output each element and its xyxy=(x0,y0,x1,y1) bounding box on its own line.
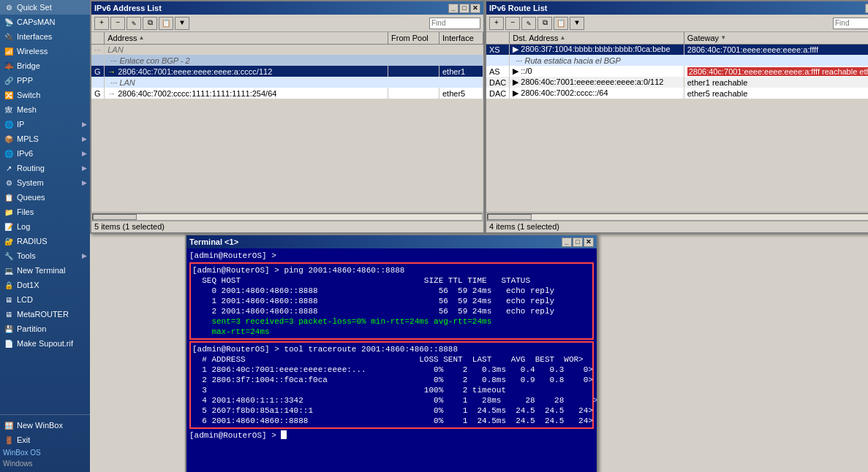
addr-edit-btn[interactable]: ✎ xyxy=(127,17,141,30)
addr-close-btn[interactable]: ✕ xyxy=(470,4,480,13)
addr-col-iface[interactable]: Interface xyxy=(439,32,483,44)
sidebar-item-new-winbox[interactable]: 🪟 New WinBox xyxy=(0,418,90,433)
sidebar-item-capsman[interactable]: 📡 CAPsMAN xyxy=(0,15,90,29)
terminal-maximize-btn[interactable]: □ xyxy=(573,237,583,247)
main-area: IPv6 Address List _ □ ✕ + − ✎ ⧉ 📋 ▼ xyxy=(90,0,868,472)
route-col-dst[interactable]: Dst. Address ▲ xyxy=(510,32,684,44)
route-window-title: IPv6 Route List xyxy=(489,4,547,12)
traceroute-prompt: [admin@RouterOS] > tool traceroute 2001:… xyxy=(192,344,591,354)
wireless-icon: 📶 xyxy=(3,45,15,57)
route-add-btn[interactable]: + xyxy=(489,17,504,30)
addr-scrollbar-h[interactable] xyxy=(91,212,483,221)
traceroute-row-1: 2 2806:3f7:1004::f0ca:f0ca 0% 2 0.8ms 0.… xyxy=(192,375,591,385)
traceroute-row-5: 6 2001:4860:4860::8888 0% 1 24.5ms 24.5 … xyxy=(192,416,591,426)
sidebar-item-ip[interactable]: 🌐 IP ▶ xyxy=(0,117,90,132)
table-row[interactable]: DAC ▶ 2806:40c:7002:cccc::/64 ether5 rea… xyxy=(486,88,868,99)
route-scrollbar-track[interactable] xyxy=(487,213,868,221)
route-table-scroll[interactable]: Dst. Address ▲ Gateway ▼ xyxy=(486,32,868,212)
sidebar-item-files[interactable]: 📁 Files xyxy=(0,205,90,219)
addr-minimize-btn[interactable]: _ xyxy=(448,4,458,13)
table-row[interactable]: ··· Enlace con BGP - 2 xyxy=(91,55,483,66)
terminal-close-btn[interactable]: ✕ xyxy=(584,237,594,247)
route-row-flag: DAC xyxy=(486,88,510,99)
route-list-window: IPv6 Route List _ □ ✕ + − ✎ ⧉ 📋 ▼ ▼ xyxy=(485,0,868,234)
addr-table-scroll[interactable]: Address ▲ From Pool Interface ··· xyxy=(91,32,483,212)
winbox-label: WinBox OS xyxy=(0,447,90,458)
addr-row-pool xyxy=(388,66,439,77)
addr-paste-btn[interactable]: 📋 xyxy=(159,17,173,30)
addr-copy-btn[interactable]: ⧉ xyxy=(143,17,157,30)
route-window-controls: _ □ ✕ xyxy=(865,4,868,13)
terminal-content: [admin@RouterOS] > [admin@RouterOS] > pi… xyxy=(186,248,597,472)
sidebar: ⚙ Quick Set 📡 CAPsMAN 🔌 Interfaces 📶 Wir… xyxy=(0,0,90,472)
table-row[interactable]: G → 2806:40c:7002:cccc:1111:1111:1111:25… xyxy=(91,88,483,99)
sidebar-item-make-supout[interactable]: 📄 Make Supout.rif xyxy=(0,336,90,351)
sidebar-item-quick-set[interactable]: ⚙ Quick Set xyxy=(0,0,90,15)
sidebar-item-queues[interactable]: 📋 Queues xyxy=(0,190,90,205)
sidebar-item-dot1x[interactable]: 🔒 Dot1X xyxy=(0,278,90,292)
route-find-input[interactable] xyxy=(833,18,868,29)
sidebar-item-routing[interactable]: ↗ Routing ▶ xyxy=(0,161,90,175)
terminal-titlebar[interactable]: Terminal <1> _ □ ✕ xyxy=(186,235,597,248)
sidebar-item-log[interactable]: 📝 Log xyxy=(0,219,90,234)
sidebar-item-interfaces[interactable]: 🔌 Interfaces xyxy=(0,29,90,44)
route-paste-btn[interactable]: 📋 xyxy=(554,17,568,30)
addr-add-btn[interactable]: + xyxy=(94,17,109,30)
sidebar-item-mesh[interactable]: 🕸 Mesh xyxy=(0,102,90,117)
sidebar-item-new-terminal[interactable]: 💻 New Terminal xyxy=(0,263,90,278)
sidebar-item-ipv6[interactable]: 🌐 IPv6 ▶ xyxy=(0,146,90,161)
route-edit-btn[interactable]: ✎ xyxy=(521,17,536,30)
sidebar-item-switch[interactable]: 🔀 Switch xyxy=(0,88,90,102)
sidebar-item-partition[interactable]: 💾 Partition xyxy=(0,321,90,336)
addr-scrollbar-thumb[interactable] xyxy=(93,214,137,220)
route-filter-btn[interactable]: ▼ xyxy=(570,17,584,30)
addr-window-titlebar[interactable]: IPv6 Address List _ □ ✕ xyxy=(91,1,483,15)
table-row[interactable]: G → 2806:40c:7001:eeee:eeee:eeee:a:cccc/… xyxy=(91,66,483,77)
addr-row-pool xyxy=(388,88,439,99)
route-col-gateway[interactable]: Gateway ▼ xyxy=(684,32,868,44)
route-copy-btn[interactable]: ⧉ xyxy=(537,17,552,30)
table-row[interactable]: ··· LAN xyxy=(91,77,483,88)
table-row[interactable]: ··· LAN xyxy=(91,44,483,55)
addr-find-input[interactable] xyxy=(429,18,480,29)
route-remove-btn[interactable]: − xyxy=(505,17,520,30)
sidebar-item-wireless[interactable]: 📶 Wireless xyxy=(0,44,90,58)
addr-maximize-btn[interactable]: □ xyxy=(459,4,469,13)
terminal-cursor xyxy=(281,430,287,439)
addr-scrollbar-track[interactable] xyxy=(92,213,483,221)
sidebar-item-tools[interactable]: 🔧 Tools ▶ xyxy=(0,248,90,263)
terminal-body[interactable]: [admin@RouterOS] > [admin@RouterOS] > pi… xyxy=(186,248,597,472)
sidebar-item-exit[interactable]: 🚪 Exit xyxy=(0,433,90,447)
sidebar-item-ppp[interactable]: 🔗 PPP xyxy=(0,73,90,88)
addr-col-pool[interactable]: From Pool xyxy=(388,32,439,44)
addr-col-address[interactable]: Address ▲ xyxy=(105,32,388,44)
sidebar-item-metarouter[interactable]: 🖥 MetaROUTER xyxy=(0,307,90,321)
addr-table: Address ▲ From Pool Interface ··· xyxy=(91,32,483,99)
sidebar-item-mpls[interactable]: 📦 MPLS ▶ xyxy=(0,132,90,146)
ppp-icon: 🔗 xyxy=(3,75,15,86)
route-scrollbar-thumb[interactable] xyxy=(488,214,532,220)
terminal-minimize-btn[interactable]: _ xyxy=(562,237,572,247)
table-row[interactable]: XS ▶ 2806:3f7:1004:bbbb:bbbb:bbbb:f0ca:b… xyxy=(486,44,868,55)
addr-remove-btn[interactable]: − xyxy=(110,17,125,30)
addr-filter-btn[interactable]: ▼ xyxy=(175,17,189,30)
sidebar-item-lcd[interactable]: 🖥 LCD xyxy=(0,292,90,307)
route-scrollbar-h[interactable] xyxy=(486,212,868,221)
table-row[interactable]: DAC ▶ 2806:40c:7001:eeee:eeee:eeee:a:0/1… xyxy=(486,77,868,88)
route-row-dst: ▶ 2806:3f7:1004:bbbb:bbbb:bbbb:f0ca:bebe xyxy=(510,44,684,55)
ping-prompt: [admin@RouterOS] > ping 2001:4860:4860::… xyxy=(192,265,591,275)
route-row-gw: ether1 reachable xyxy=(684,77,868,88)
table-row[interactable]: ··· Ruta estatica hacia el BGP xyxy=(486,55,868,66)
sidebar-item-system[interactable]: ⚙ System ▶ xyxy=(0,175,90,190)
sidebar-item-bridge[interactable]: 🌉 Bridge xyxy=(0,58,90,73)
sidebar-item-radius[interactable]: 🔐 RADIUS xyxy=(0,234,90,248)
bridge-icon: 🌉 xyxy=(3,60,15,72)
quick-set-icon: ⚙ xyxy=(3,1,15,13)
tools-icon: 🔧 xyxy=(3,250,15,262)
route-window-titlebar[interactable]: IPv6 Route List _ □ ✕ xyxy=(486,1,868,15)
traceroute-header: # ADDRESS LOSS SENT LAST AVG BEST WOR> xyxy=(192,354,591,365)
terminal-final-prompt[interactable]: [admin@RouterOS] > xyxy=(189,430,594,441)
route-minimize-btn[interactable]: _ xyxy=(865,4,868,13)
route-row-group-label: ··· Ruta estatica hacia el BGP xyxy=(510,55,868,66)
table-row[interactable]: AS ▶ ::/0 2806:40c:7001:eeee:eeee:eeee:a… xyxy=(486,66,868,77)
